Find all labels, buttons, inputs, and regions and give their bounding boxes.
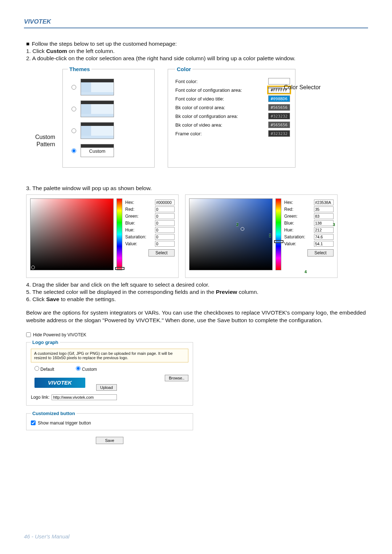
step2-text: 2. A double-click on the color selection… — [26, 55, 366, 62]
palette-field-label: Saturation: — [284, 234, 305, 239]
theme-thumb-custom: Custom — [81, 144, 114, 157]
theme-radio-3[interactable] — [72, 128, 76, 133]
palette-field-input[interactable] — [314, 220, 334, 226]
steps-456: 4. Drag the slider bar and click on the … — [26, 282, 366, 303]
browse-button[interactable]: Browse.. — [165, 375, 188, 381]
color-row-label: Font color of video title: — [175, 96, 224, 102]
upload-button[interactable]: Upload — [96, 384, 117, 391]
palette-select-button[interactable]: Select — [148, 249, 175, 257]
color-row-label: Font color: — [175, 79, 197, 84]
palette-field-label: Red: — [125, 207, 134, 212]
theme-option-3[interactable] — [72, 122, 149, 139]
palette-field-row: Red: — [284, 206, 334, 212]
theme-custom-label: Custom — [81, 148, 114, 154]
color-swatch[interactable]: #565656 — [268, 122, 290, 128]
intro-lead: Follow the steps below to set up the cus… — [32, 41, 177, 47]
manual-page: VIVOTEK ■Follow the steps below to set u… — [0, 0, 392, 554]
logograph-legend: Logo graph — [31, 340, 60, 345]
logo-custom-radio[interactable] — [76, 366, 81, 371]
theme-thumb-3 — [81, 122, 114, 139]
marker-2: 2 — [236, 222, 238, 227]
palette-field-input[interactable] — [155, 227, 175, 233]
color-swatch[interactable] — [268, 78, 290, 85]
hue-slider-a[interactable] — [117, 198, 122, 270]
palette-field-label: Hex: — [125, 200, 134, 205]
palette-select-button[interactable]: Select — [307, 249, 334, 257]
color-swatch[interactable]: #565656 — [268, 104, 290, 111]
palette-field-label: Blue: — [125, 221, 135, 226]
palette-field-label: Saturation: — [125, 234, 146, 239]
palette-field-input[interactable] — [314, 234, 334, 240]
sv-dot-a[interactable] — [31, 266, 35, 269]
palette-field-input[interactable] — [314, 206, 334, 212]
palette-field-input[interactable] — [155, 200, 175, 205]
theme-radio-1[interactable] — [72, 85, 76, 90]
palette-field-row: Hex: — [284, 200, 334, 205]
step3-text: 3. The palette window will pop up as sho… — [26, 185, 366, 192]
logo-link-input[interactable] — [52, 394, 117, 400]
hue-handle-a[interactable] — [115, 267, 124, 270]
color-row: Bk color of video area:#565656 — [175, 122, 290, 128]
palette-field-row: Green: — [125, 213, 175, 219]
theme-option-custom[interactable]: Custom — [72, 144, 149, 157]
hue-handle-b[interactable] — [274, 240, 283, 243]
palette-b: Hex:Red:Green:Blue:Hue:Saturation:Value:… — [185, 194, 338, 278]
color-row: Font color: — [175, 78, 290, 85]
palette-field-label: Red: — [284, 207, 293, 212]
show-trigger-checkbox[interactable] — [31, 420, 36, 425]
logo-panel: Hide Powered by VIVOTEK Logo graph A cus… — [26, 332, 193, 444]
color-row: Bk color of configuration area:#323232 — [175, 113, 290, 119]
sv-square-b[interactable] — [189, 198, 273, 270]
logograph-fieldset: Logo graph A customized logo (Gif, JPG o… — [26, 340, 193, 406]
theme-option-1[interactable] — [72, 79, 149, 95]
color-swatch[interactable]: #098BD6 — [268, 95, 290, 102]
palette-field-label: Hue: — [125, 227, 134, 233]
theme-radio-2[interactable] — [72, 107, 76, 111]
palette-a: Hex:Red:Green:Blue:Hue:Saturation:Value:… — [26, 194, 179, 278]
color-swatch[interactable]: #323232 — [268, 130, 290, 137]
bullet-square-icon: ■ — [26, 41, 29, 47]
color-swatch[interactable]: #323232 — [268, 113, 290, 119]
annotation-custom-pattern: Custom Pattern — [25, 134, 55, 148]
below-paragraph: Below are the options for system integra… — [26, 309, 366, 324]
marker-4: 4 — [305, 270, 307, 274]
color-legend: Color — [175, 66, 192, 72]
palette-field-input[interactable] — [314, 227, 334, 233]
palette-field-input[interactable] — [155, 213, 175, 219]
palette-field-input[interactable] — [155, 206, 175, 212]
palette-field-row: Red: — [125, 206, 175, 212]
step6: 6. Click Save to enable the settings. — [26, 296, 366, 303]
palette-field-row: Saturation: — [125, 234, 175, 240]
sv-square-a[interactable] — [30, 198, 114, 270]
theme-thumb-1 — [81, 79, 114, 95]
sv-dot-b[interactable] — [241, 227, 244, 231]
logo-preview-icon: VIVOTEK — [34, 378, 85, 388]
palette-field-input[interactable] — [155, 241, 175, 247]
header-rule — [24, 28, 368, 28]
hue-slider-b[interactable] — [275, 198, 281, 270]
palette-field-input[interactable] — [314, 213, 334, 219]
logo-custom-option[interactable]: Custom — [76, 366, 97, 372]
logo-default-option[interactable]: Default — [34, 366, 54, 372]
palette-field-label: Hue: — [284, 227, 293, 233]
palette-field-input[interactable] — [314, 200, 334, 205]
marker-1: 1 — [269, 233, 271, 238]
hide-powered-row[interactable]: Hide Powered by VIVOTEK — [26, 332, 193, 337]
color-row: Frame color:#323232 — [175, 130, 290, 137]
save-button[interactable]: Save — [96, 437, 123, 444]
palette-field-input[interactable] — [155, 234, 175, 240]
logo-custom-label: Custom — [82, 367, 97, 372]
palette-field-input[interactable] — [314, 241, 334, 247]
palette-field-label: Value: — [125, 241, 137, 246]
marker-3: 3 — [333, 222, 335, 227]
palette-field-input[interactable] — [155, 220, 175, 226]
color-row-label: Frame color: — [175, 131, 202, 136]
palette-fields-b: Hex:Red:Green:Blue:Hue:Saturation:Value:… — [284, 198, 334, 274]
theme-radio-custom[interactable] — [72, 148, 76, 153]
logo-default-radio[interactable] — [34, 366, 39, 371]
hide-powered-checkbox[interactable] — [26, 332, 31, 337]
theme-option-2[interactable] — [72, 100, 149, 117]
show-trigger-row[interactable]: Show manual trigger button — [31, 420, 188, 426]
palette-field-label: Blue: — [284, 221, 294, 226]
palette-field-label: Green: — [125, 214, 139, 219]
